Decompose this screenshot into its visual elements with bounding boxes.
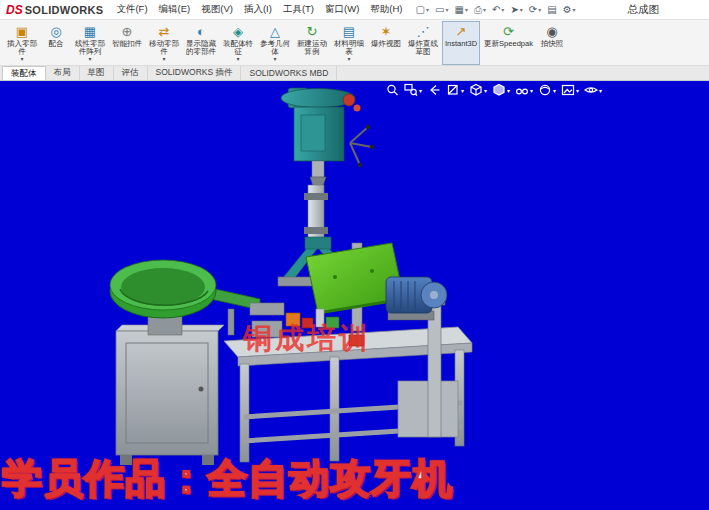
model-bowl-feeder[interactable] xyxy=(110,260,216,335)
instant3d-icon: ↗ xyxy=(456,24,467,40)
view-orientation-icon[interactable]: ▾ xyxy=(468,82,488,98)
tab-solidworks-mbd[interactable]: SOLIDWORKS MBD xyxy=(241,66,337,80)
brand-name: SOLIDWORKS xyxy=(25,4,104,16)
ribbon-explode-line-sketch-button[interactable]: ⋰爆炸直线草图 xyxy=(405,21,441,65)
reference-geometry-icon: △ xyxy=(270,24,280,40)
ribbon-button-label: 爆炸直线草图 xyxy=(408,40,438,56)
rebuild-icon: ⟳ xyxy=(529,4,537,16)
zoom-fit-icon[interactable] xyxy=(384,82,400,98)
dropdown-caret-icon: ▾ xyxy=(419,87,422,94)
bill-of-materials-icon: ▤ xyxy=(343,24,355,40)
command-manager-ribbon: ▣插入零部件▾◎配合▦线性零部件阵列▾⊕智能扣件⇄移动零部件▾◐显示隐藏的零部件… xyxy=(0,20,709,66)
options-icon: ⚙ xyxy=(563,4,572,16)
view-settings-icon[interactable]: ▾ xyxy=(583,82,603,98)
select-icon[interactable]: ➤▾ xyxy=(508,3,524,17)
solidworks-window: DS SOLIDWORKS 文件(F)编辑(E)视图(V)插入(I)工具(T)窗… xyxy=(0,0,709,510)
file-properties-icon: ▤ xyxy=(547,4,556,16)
tab-assembly[interactable]: 装配体 xyxy=(2,66,46,80)
ribbon-linear-component-pattern-button[interactable]: ▦线性零部件阵列▾ xyxy=(72,21,108,65)
undo-icon[interactable]: ↶▾ xyxy=(490,3,506,17)
linear-component-pattern-icon: ▦ xyxy=(84,24,96,40)
open-document-icon[interactable]: ▭▾ xyxy=(433,3,450,17)
ribbon-button-label: 更新Speedpak xyxy=(484,40,533,48)
tab-sketch[interactable]: 草图 xyxy=(80,66,114,80)
menu-edit[interactable]: 编辑(E) xyxy=(154,1,196,18)
dropdown-caret-icon: ▾ xyxy=(20,56,23,62)
command-manager-tabs: 装配体布局草图评估SOLIDWORKS 插件SOLIDWORKS MBD xyxy=(0,66,709,81)
edit-appearance-icon[interactable]: ▾ xyxy=(537,82,557,98)
ribbon-button-label: 智能扣件 xyxy=(112,40,142,48)
ribbon-button-label: 插入零部件 xyxy=(7,40,37,56)
ribbon-insert-components-button[interactable]: ▣插入零部件▾ xyxy=(4,21,40,65)
zoom-area-icon[interactable]: ▾ xyxy=(403,82,423,98)
ribbon-reference-geometry-button[interactable]: △参考几何体▾ xyxy=(257,21,293,65)
ribbon-smart-fasteners-button[interactable]: ⊕智能扣件 xyxy=(109,21,145,65)
ribbon-button-label: Instant3D xyxy=(445,40,477,48)
dropdown-caret-icon: ▾ xyxy=(236,56,239,62)
dropdown-caret-icon: ▾ xyxy=(445,4,448,16)
file-properties-icon[interactable]: ▤ xyxy=(545,3,558,17)
menu-help[interactable]: 帮助(H) xyxy=(365,1,407,18)
heads-up-view-toolbar: ▾▾▾▾▾▾▾▾ xyxy=(384,82,603,98)
menu-window[interactable]: 窗口(W) xyxy=(320,1,364,18)
ribbon-assembly-features-button[interactable]: ◈装配体特征▾ xyxy=(220,21,256,65)
ribbon-exploded-view-button[interactable]: ✶爆炸视图 xyxy=(368,21,404,65)
model-feeder-stand[interactable] xyxy=(116,325,224,465)
ribbon-new-motion-study-button[interactable]: ↻新建运动算例 xyxy=(294,21,330,65)
ribbon-button-label: 材料明细表 xyxy=(334,40,364,56)
dropdown-caret-icon: ▾ xyxy=(530,87,533,94)
display-style-icon[interactable]: ▾ xyxy=(491,82,511,98)
new-motion-study-icon: ↻ xyxy=(307,24,318,40)
dropdown-caret-icon: ▾ xyxy=(426,4,429,16)
previous-view-icon[interactable] xyxy=(426,82,442,98)
section-view-icon[interactable]: ▾ xyxy=(445,82,465,98)
menu-file[interactable]: 文件(F) xyxy=(111,1,152,18)
dropdown-caret-icon: ▾ xyxy=(553,87,556,94)
exploded-view-icon: ✶ xyxy=(381,24,392,40)
move-component-icon: ⇄ xyxy=(159,24,170,40)
menu-bar: DS SOLIDWORKS 文件(F)编辑(E)视图(V)插入(I)工具(T)窗… xyxy=(0,0,709,20)
print-icon[interactable]: ⎙▾ xyxy=(472,3,488,17)
save-icon: ▦ xyxy=(454,4,463,16)
new-document-icon[interactable]: ▢▾ xyxy=(414,3,431,17)
ribbon-move-component-button[interactable]: ⇄移动零部件▾ xyxy=(146,21,182,65)
ribbon-button-label: 新建运动算例 xyxy=(297,40,327,56)
mate-icon: ◎ xyxy=(50,24,61,40)
ribbon-show-hidden-components-button[interactable]: ◐显示隐藏的零部件 xyxy=(183,21,219,65)
rebuild-icon[interactable]: ⟳▾ xyxy=(527,3,543,17)
apply-scene-icon[interactable]: ▾ xyxy=(560,82,580,98)
dropdown-caret-icon: ▾ xyxy=(576,87,579,94)
ribbon-bill-of-materials-button[interactable]: ▤材料明细表▾ xyxy=(331,21,367,65)
dropdown-caret-icon: ▾ xyxy=(507,87,510,94)
options-icon[interactable]: ⚙▾ xyxy=(561,3,578,17)
ribbon-button-label: 显示隐藏的零部件 xyxy=(186,40,216,56)
take-snapshot-icon: ◉ xyxy=(546,24,557,40)
dropdown-caret-icon: ▾ xyxy=(273,56,276,62)
graphics-viewport[interactable]: ▾▾▾▾▾▾▾▾ xyxy=(0,81,709,510)
tab-layout[interactable]: 布局 xyxy=(46,66,80,80)
dropdown-caret-icon: ▾ xyxy=(599,87,602,94)
dropdown-caret-icon: ▾ xyxy=(484,87,487,94)
dropdown-caret-icon: ▾ xyxy=(461,87,464,94)
hide-show-items-icon[interactable]: ▾ xyxy=(514,82,534,98)
menu-view[interactable]: 视图(V) xyxy=(196,1,238,18)
dropdown-caret-icon: ▾ xyxy=(162,56,165,62)
menu-insert[interactable]: 插入(I) xyxy=(239,1,277,18)
tab-solidworks-addins[interactable]: SOLIDWORKS 插件 xyxy=(148,66,242,80)
ribbon-button-label: 拍快照 xyxy=(541,40,564,48)
ribbon-instant3d-button[interactable]: ↗Instant3D xyxy=(442,21,480,65)
update-speedpak-icon: ⟳ xyxy=(503,24,514,40)
ribbon-update-speedpak-button[interactable]: ⟳更新Speedpak xyxy=(481,21,536,65)
ribbon-button-label: 移动零部件 xyxy=(149,40,179,56)
dropdown-caret-icon: ▾ xyxy=(88,56,91,62)
open-document-icon: ▭ xyxy=(435,4,444,16)
dropdown-caret-icon: ▾ xyxy=(573,4,576,16)
tab-evaluate[interactable]: 评估 xyxy=(114,66,148,80)
assembly-model[interactable] xyxy=(0,81,709,510)
ribbon-mate-button[interactable]: ◎配合 xyxy=(41,21,71,65)
ribbon-button-label: 装配体特征 xyxy=(223,40,253,56)
save-icon[interactable]: ▦▾ xyxy=(452,3,469,17)
ribbon-take-snapshot-button[interactable]: ◉拍快照 xyxy=(537,21,567,65)
menu-tools[interactable]: 工具(T) xyxy=(278,1,319,18)
undo-icon: ↶ xyxy=(492,4,500,16)
